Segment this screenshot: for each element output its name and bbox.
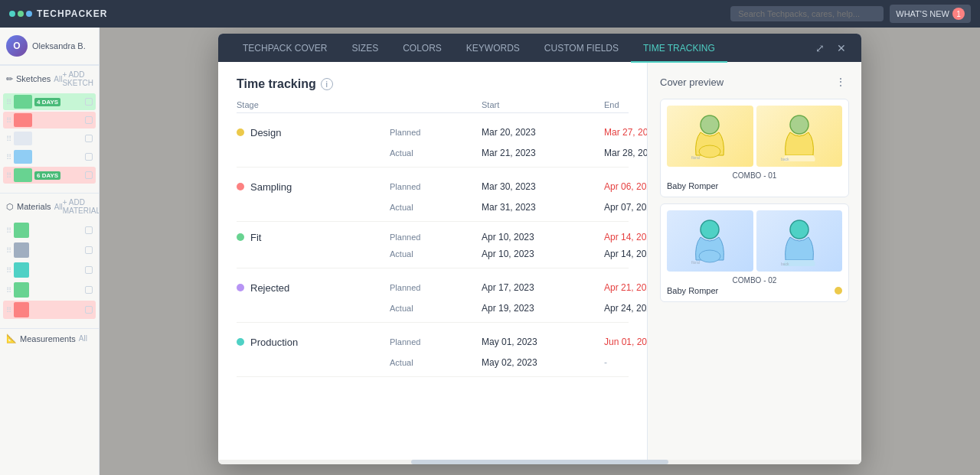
grip-icon: ⠿ [6, 116, 11, 125]
sketch-checkbox[interactable] [85, 135, 93, 142]
stage-production: Production Planned May 01, 2023 Jun 01, … [237, 323, 629, 377]
add-material-btn[interactable]: + ADD MATERIAL [63, 198, 100, 215]
production-actual-start: May 02, 2023 [482, 357, 604, 368]
expand-button[interactable]: ⤢ [812, 41, 828, 56]
svg-point-8 [790, 220, 808, 239]
tab-time-tracking[interactable]: TIME TRACKING [631, 34, 727, 63]
grip-icon: ⠿ [6, 98, 11, 106]
sketch-checkbox[interactable] [85, 153, 93, 161]
material-item-4[interactable]: ⠿ [3, 281, 96, 299]
fit-actual-end: Apr 14, 2023 [604, 249, 647, 259]
rejected-actual-label: Actual [390, 304, 482, 313]
grip-icon: ⠿ [6, 286, 11, 294]
design-planned-end: Mar 27, 2023 [604, 127, 647, 138]
svg-text:floral: floral [691, 155, 700, 160]
stage-row-rejected-actual: Actual Apr 19, 2023 Apr 24, 2023 ↺ [237, 301, 629, 316]
main-area: O Oleksandra B. ✏ Sketches All + ADD SKE… [0, 28, 980, 475]
fit-planned-label: Planned [390, 233, 482, 242]
production-actual-label: Actual [390, 358, 482, 367]
stage-rejected: Rejected Planned Apr 17, 2023 Apr 21, 20… [237, 268, 629, 323]
sketch-item-3[interactable]: ⠿ [3, 130, 96, 147]
material-item-5[interactable]: ⠿ [3, 301, 96, 319]
sketch-item-5[interactable]: ⠿ 6 DAYS [3, 167, 96, 184]
modal-scrollbar[interactable] [218, 460, 861, 464]
user-name: Oleksandra B. [32, 41, 86, 50]
material-checkbox[interactable] [85, 266, 93, 274]
whats-new-button[interactable]: WHAT'S NEW 1 [890, 5, 971, 23]
grip-icon: ⠿ [6, 266, 11, 275]
sketches-all: All [54, 75, 62, 83]
production-planned-label: Planned [390, 337, 482, 346]
fit-planned-end: Apr 14, 2023 [604, 232, 647, 242]
fit-actual-label: Actual [390, 249, 482, 259]
material-checkbox[interactable] [85, 226, 93, 234]
dot-3 [26, 11, 32, 17]
stage-name-sampling: Sampling [237, 181, 390, 193]
stage-row-production-planned: Production Planned May 01, 2023 Jun 01, … [237, 329, 629, 355]
search-input[interactable] [730, 6, 884, 21]
material-swatch [14, 282, 29, 298]
material-item-3[interactable]: ⠿ [3, 261, 96, 279]
material-list: ⠿ ⠿ ⠿ ⠿ ⠿ [0, 220, 99, 322]
tracking-header: Stage Start End [237, 94, 629, 113]
close-button[interactable]: ✕ [834, 41, 849, 56]
material-swatch [14, 262, 29, 278]
grip-icon: ⠿ [6, 246, 11, 255]
material-checkbox[interactable] [85, 246, 93, 254]
material-swatch [14, 302, 29, 317]
combo-02-img-2: back [756, 210, 843, 272]
measurements-all: All [79, 334, 87, 343]
material-checkbox[interactable] [85, 286, 93, 294]
tab-techpack-cover[interactable]: TECHPACK COVER [230, 34, 339, 63]
combo-02-img-1: floral [667, 210, 753, 272]
material-swatch [14, 223, 29, 238]
combo-02-card: floral back [660, 203, 849, 302]
sketch-thumb [14, 132, 32, 145]
col-stage: Stage [237, 100, 390, 109]
tab-custom-fields[interactable]: CUSTOM FIELDS [532, 34, 631, 63]
svg-text:back: back [781, 262, 789, 266]
sketch-item-4[interactable]: ⠿ [3, 148, 96, 165]
tab-keywords[interactable]: KEYWORDS [454, 34, 532, 63]
sketch-item-2[interactable]: ⠿ [3, 112, 96, 129]
sketch-thumb [14, 150, 32, 164]
svg-text:floral: floral [691, 260, 700, 265]
add-sketch-btn[interactable]: + ADD SKETCH [62, 70, 93, 87]
design-planned-start: Mar 20, 2023 [482, 127, 604, 138]
sketch-thumb [14, 95, 32, 109]
combo-01-img-2: back [756, 106, 843, 167]
dot-1 [9, 11, 15, 17]
material-checkbox[interactable] [85, 306, 93, 314]
grip-icon: ⠿ [6, 226, 11, 235]
tab-colors[interactable]: COLORS [390, 34, 454, 63]
combo-02-name: Baby Romper [667, 286, 718, 295]
material-item-1[interactable]: ⠿ [3, 221, 96, 239]
sampling-actual-label: Actual [390, 203, 482, 212]
sketch-checkbox[interactable] [85, 171, 93, 179]
scrollbar-thumb[interactable] [411, 460, 668, 464]
material-item-2[interactable]: ⠿ [3, 241, 96, 259]
production-planned-start: May 01, 2023 [482, 337, 604, 347]
whats-new-label: WHAT'S NEW [896, 9, 949, 18]
materials-all: All [54, 203, 63, 211]
measurements-section-header: 📐 Measurements All [0, 328, 99, 348]
days-badge-2: 6 DAYS [34, 171, 60, 180]
modal-tab-actions: ⤢ ✕ [812, 41, 849, 62]
modal-right: Cover preview ⋮ [647, 62, 861, 460]
rejected-planned-start: Apr 17, 2023 [482, 282, 604, 293]
design-actual-label: Actual [390, 148, 482, 158]
sketch-checkbox[interactable] [85, 116, 93, 124]
col-end: End [604, 100, 647, 109]
tab-sizes[interactable]: SIZES [339, 34, 390, 63]
col-type [390, 100, 482, 109]
production-planned-end: Jun 01, 2023 [604, 337, 647, 347]
sketch-checkbox[interactable] [85, 98, 93, 106]
cover-preview-more-btn[interactable]: ⋮ [832, 74, 849, 89]
sketch-item-1[interactable]: ⠿ 4 DAYS [3, 93, 96, 110]
info-icon[interactable]: i [321, 78, 333, 90]
stage-row-fit-planned: Fit Planned Apr 10, 2023 Apr 14, 2023 + [237, 228, 629, 246]
avatar: O [6, 35, 28, 57]
materials-label: Materials [17, 202, 51, 211]
materials-section-header: ⬡ Materials All + ADD MATERIAL [0, 193, 99, 220]
stage-design: Design Planned Mar 20, 2023 Mar 27, 2023… [237, 113, 629, 168]
